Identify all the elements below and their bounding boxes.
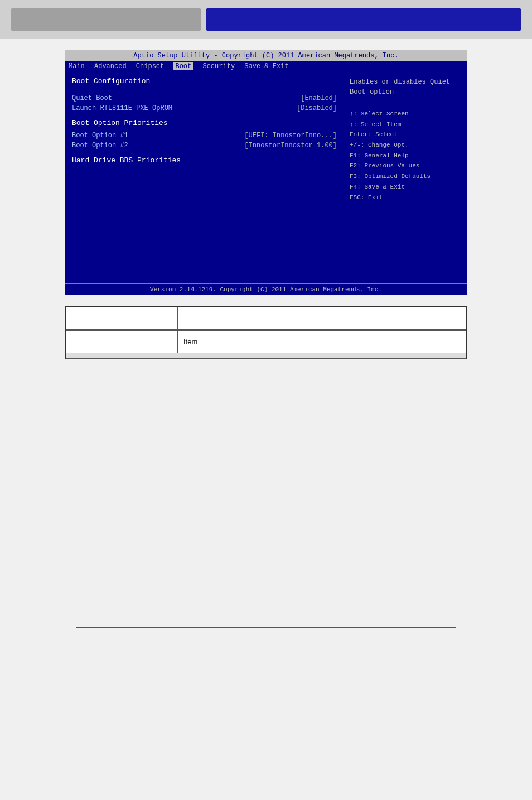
key-change-opt: +/-: Change Opt. xyxy=(350,140,461,151)
quiet-boot-label[interactable]: Quiet Boot xyxy=(72,94,112,102)
boot-option2-label[interactable]: Boot Option #2 xyxy=(72,142,128,150)
boot-priorities-title: Boot Option Priorities xyxy=(72,119,337,127)
bios-content: Boot Configuration Quiet Boot [Enabled] … xyxy=(65,71,467,283)
table-footer-row xyxy=(66,353,466,359)
bottom-content xyxy=(65,370,467,594)
key-f4: F4: Save & Exit xyxy=(350,182,461,192)
header-logo-left xyxy=(11,8,201,31)
pxe-oprom-value: [Disabled] xyxy=(297,104,337,112)
table-cell-r1c1 xyxy=(66,307,178,330)
bios-right-panel: Enables or disables Quiet Boot option ↕:… xyxy=(344,71,467,283)
table-cell-r3c2-item: Item xyxy=(178,331,267,353)
bios-left-panel: Boot Configuration Quiet Boot [Enabled] … xyxy=(65,71,344,283)
bottom-divider xyxy=(76,627,456,628)
boot-option1-value: [UEFI: InnostorInno...] xyxy=(244,132,337,139)
table-section: Item xyxy=(65,306,467,359)
bios-container: Aptio Setup Utility - Copyright (C) 2011… xyxy=(65,50,467,295)
key-select-item: ↕: Select Item xyxy=(350,119,461,130)
bios-footer-text: Version 2.14.1219. Copyright (C) 2011 Am… xyxy=(150,286,382,293)
boot-option2-value: [InnostorInnostor 1.00] xyxy=(244,142,337,150)
bios-panel-divider xyxy=(350,103,461,103)
table-cell-r1c2 xyxy=(178,307,267,330)
menu-chipset[interactable]: Chipset xyxy=(136,62,164,70)
pxe-oprom-label[interactable]: Launch RTL8111E PXE OpROM xyxy=(72,104,172,112)
key-f3: F3: Optimized Defaults xyxy=(350,171,461,182)
top-header xyxy=(0,0,532,39)
bios-title: Aptio Setup Utility - Copyright (C) 2011… xyxy=(133,52,398,60)
boot-option2-row: Boot Option #2 [InnostorInnostor 1.00] xyxy=(72,142,337,150)
data-table: Item xyxy=(66,307,466,359)
table-row xyxy=(66,307,466,330)
boot-config-title: Boot Configuration xyxy=(72,77,337,85)
bios-title-bar: Aptio Setup Utility - Copyright (C) 2011… xyxy=(65,50,467,61)
quiet-boot-row: Quiet Boot [Enabled] xyxy=(72,94,337,102)
bios-help-text: Enables or disables Quiet Boot option xyxy=(350,77,461,97)
boot-option1-row: Boot Option #1 [UEFI: InnostorInno...] xyxy=(72,132,337,139)
key-f2: F2: Previous Values xyxy=(350,161,461,171)
key-f1: F1: General Help xyxy=(350,151,461,161)
table-cell-r3c3 xyxy=(267,331,466,353)
bios-menu-bar[interactable]: Main Advanced Chipset Boot Security Save… xyxy=(65,61,467,71)
bios-key-list: ↕: Select Screen ↕: Select Item Enter: S… xyxy=(350,109,461,203)
table-cell-r1c3 xyxy=(267,307,466,330)
menu-advanced[interactable]: Advanced xyxy=(94,62,127,70)
quiet-boot-value: [Enabled] xyxy=(301,94,337,102)
key-select-screen: ↕: Select Screen xyxy=(350,109,461,119)
bios-footer: Version 2.14.1219. Copyright (C) 2011 Am… xyxy=(65,283,467,295)
menu-boot[interactable]: Boot xyxy=(173,62,193,70)
header-logo-right xyxy=(206,8,521,31)
menu-security[interactable]: Security xyxy=(202,62,235,70)
key-enter-select: Enter: Select xyxy=(350,129,461,140)
key-esc: ESC: Exit xyxy=(350,192,461,203)
hdd-priorities-title: Hard Drive BBS Priorities xyxy=(72,156,337,165)
boot-option1-label[interactable]: Boot Option #1 xyxy=(72,132,128,139)
menu-save-exit[interactable]: Save & Exit xyxy=(244,62,288,70)
pxe-oprom-row: Launch RTL8111E PXE OpROM [Disabled] xyxy=(72,104,337,112)
table-footer-cell xyxy=(66,353,466,359)
table-row: Item xyxy=(66,331,466,353)
menu-main[interactable]: Main xyxy=(69,62,85,70)
table-cell-r3c1 xyxy=(66,331,178,353)
